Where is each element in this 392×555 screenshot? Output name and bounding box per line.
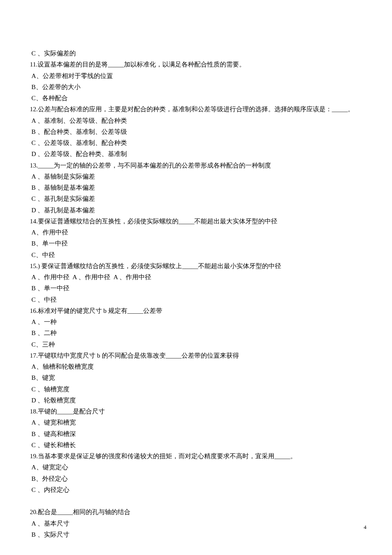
text-line: 12.公差与配合标准的应用，主要是对配合的种类，基准制和公差等级进行合理的选择。…: [30, 104, 362, 115]
text-line: 15.) 要保证普通螺纹结合的互换性，必须使实际螺纹上_____不能超出最小实体…: [30, 260, 362, 272]
text-line: B 、键高和槽深: [30, 428, 362, 439]
text-line: B、外径定心: [30, 473, 362, 484]
text-line: B、键宽: [30, 372, 362, 383]
text-line: B、公差带的大小: [30, 81, 362, 92]
text-line: [30, 495, 362, 506]
text-line: B 、二种: [30, 327, 362, 338]
text-line: B 、实际尺寸: [30, 529, 362, 540]
text-line: 13._____为一定的轴的公差带，与不同基本偏差的孔的公差带形成各种配合的一种…: [30, 160, 362, 171]
text-line: B、单一中径: [30, 238, 362, 249]
text-line: D 、公差等级、配合种类、基准制: [30, 148, 362, 159]
text-line: A、公差带相对于零线的位置: [30, 70, 362, 81]
text-line: 18.平键的_____是配合尺寸: [30, 406, 362, 417]
text-line: D 、基孔制是基本偏差: [30, 205, 362, 216]
text-line: C 、中径: [30, 294, 362, 305]
text-line: A 、一种: [30, 316, 362, 327]
document-content: C 、实际偏差的11.设置基本偏差的目的是将_____加以标准化，以满足各种配合…: [30, 48, 362, 540]
text-line: A、键宽定心: [30, 462, 362, 473]
text-line: 16.标准对平健的键宽尺寸 b 规定有_____公差带: [30, 305, 362, 316]
text-line: 17.平键联结中宽度尺寸 b 的不同配合是依靠改变_____公差带的位置来获得: [30, 350, 362, 361]
text-line: A、作用中径: [30, 227, 362, 238]
text-line: C 、实际偏差的: [30, 48, 362, 59]
text-line: 19.当基本要求是保证足够的强度和传递较大的扭矩，而对定心精度要求不高时，宜采用…: [30, 451, 362, 462]
text-line: B 、基轴制是基本偏差: [30, 182, 362, 193]
text-line: A 、键宽和槽宽: [30, 417, 362, 428]
text-line: B 、配合种类、基准制、公差等级: [30, 126, 362, 137]
text-line: C 、轴槽宽度: [30, 384, 362, 395]
text-line: C、三种: [30, 339, 362, 350]
page-number: 4: [364, 523, 367, 532]
text-line: C、中径: [30, 249, 362, 260]
text-line: A 、作用中径 A 、作用中径 A 、作用中径: [30, 272, 362, 283]
text-line: C 、公差等级、基准制、配合种类: [30, 137, 362, 148]
text-line: A 、基准制、公差等级、配合种类: [30, 115, 362, 126]
text-line: D 、轮毂槽宽度: [30, 395, 362, 406]
text-line: 20.配合是_____相同的孔与轴的结合: [30, 506, 362, 517]
text-line: A、轴槽和轮毂槽宽度: [30, 361, 362, 372]
document-page: C 、实际偏差的11.设置基本偏差的目的是将_____加以标准化，以满足各种配合…: [0, 0, 392, 555]
text-line: A 、基轴制是实际偏差: [30, 171, 362, 182]
text-line: C、各种配合: [30, 92, 362, 104]
text-line: B 、单一中径: [30, 283, 362, 294]
text-line: C 、内径定心: [30, 484, 362, 495]
text-line: 14.要保证普通螺纹结合的互换性，必须使实际螺纹的_____不能超出最大实体牙型…: [30, 216, 362, 227]
text-line: 11.设置基本偏差的目的是将_____加以标准化，以满足各种配合性质的需要。: [30, 59, 362, 70]
text-line: C 、基孔制是实际偏差: [30, 193, 362, 204]
text-line: A 、基本尺寸: [30, 518, 362, 529]
text-line: C 、键长和槽长: [30, 439, 362, 451]
